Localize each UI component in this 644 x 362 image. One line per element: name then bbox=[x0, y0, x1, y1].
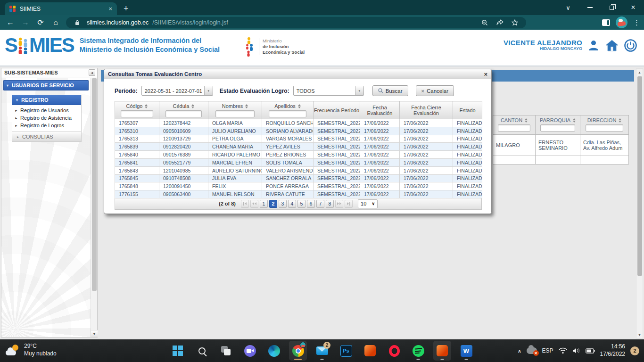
sidebar-scrollbar[interactable]: ▼ bbox=[91, 78, 97, 337]
column-header-0[interactable]: Código bbox=[115, 101, 159, 119]
bookmark-star-icon[interactable] bbox=[509, 19, 520, 26]
notification-badge[interactable]: 2 bbox=[630, 346, 639, 355]
sidebar-item-registro-logros[interactable]: ► Registro de Logros bbox=[12, 122, 81, 129]
teams-chat-icon[interactable] bbox=[241, 341, 259, 361]
dropdown-caret-icon[interactable]: ▾ bbox=[355, 86, 363, 95]
browser-tab[interactable]: SIIMIES × bbox=[5, 2, 117, 15]
back-icon[interactable]: ← bbox=[3, 18, 18, 27]
table-row[interactable]: 17658390912820420CHANENA MARIAYEPEZ AVIL… bbox=[115, 143, 482, 151]
browser-menu-icon[interactable]: ⋮ bbox=[633, 18, 640, 27]
sidebar-item-registro-usuarios[interactable]: ► Registro de Usuarios bbox=[12, 107, 81, 114]
profile-avatar[interactable] bbox=[616, 16, 627, 28]
table-row[interactable]: 17658410905521779MARCIAL EFRENSOLIS TOMA… bbox=[115, 158, 482, 166]
bg-column-header-1[interactable]: PARROQUIA bbox=[536, 115, 580, 135]
estado-dropdown[interactable]: TODOS ▾ bbox=[293, 86, 364, 96]
sidebar-scroll-down-icon[interactable]: ▼ bbox=[91, 330, 98, 337]
dropdown-caret-icon[interactable]: ▾ bbox=[204, 86, 213, 95]
zoom-out-icon[interactable] bbox=[479, 19, 490, 26]
home-nav-icon[interactable] bbox=[605, 38, 619, 52]
url-bar[interactable]: siimies.inclusion.gob.ec/SIIMIES/vistas/… bbox=[66, 17, 526, 28]
clock[interactable]: 14:56 17/6/2022 bbox=[600, 343, 625, 358]
volume-icon[interactable] bbox=[572, 347, 580, 354]
page-button-8[interactable]: 8 bbox=[326, 200, 334, 208]
sidebar-group-consultas[interactable]: ▸ CONSULTAS bbox=[12, 132, 81, 141]
column-filter-input[interactable] bbox=[215, 110, 255, 117]
last-page-button[interactable] bbox=[345, 200, 353, 208]
close-button[interactable]: × bbox=[622, 0, 644, 15]
page-button-6[interactable]: 6 bbox=[307, 200, 315, 208]
side-panel-icon[interactable] bbox=[602, 19, 610, 26]
buscar-button[interactable]: Buscar bbox=[372, 85, 408, 96]
restore-button[interactable] bbox=[601, 0, 622, 15]
page-scrollbar[interactable]: ▲ ▼ bbox=[636, 68, 643, 338]
new-tab-button[interactable]: + bbox=[124, 4, 129, 13]
sidebar-section-usuarios[interactable]: ▾ USUARIOS DE SERVICIO bbox=[3, 80, 89, 90]
period-dropdown[interactable]: 2022-05-31 - 2022-07-01 ▾ bbox=[141, 86, 213, 96]
spotify-icon[interactable] bbox=[409, 341, 427, 361]
first-page-button[interactable] bbox=[241, 200, 249, 208]
column-filter-input[interactable] bbox=[540, 124, 575, 132]
logout-power-icon[interactable] bbox=[623, 38, 637, 52]
word-icon[interactable]: W bbox=[457, 341, 475, 361]
next-page-button[interactable] bbox=[335, 200, 343, 208]
sidebar-item-registro-asistencia[interactable]: ► Registro de Asistencia bbox=[12, 114, 81, 122]
page-button-7[interactable]: 7 bbox=[316, 200, 324, 208]
table-row[interactable]: 17761550905063400MANUEL NELSONRIVERA CAT… bbox=[115, 190, 482, 198]
chrome-icon[interactable] bbox=[289, 341, 307, 361]
column-filter-input[interactable] bbox=[165, 110, 201, 117]
tab-search-icon[interactable]: ∨ bbox=[557, 0, 579, 15]
weather-widget[interactable]: 29°C Muy nublado bbox=[6, 343, 57, 357]
tab-close-icon[interactable]: × bbox=[108, 5, 112, 12]
sidebar-group-registro[interactable]: ▾ REGISTRO bbox=[12, 95, 81, 105]
tray-expand-icon[interactable]: ∧ bbox=[518, 348, 521, 354]
sidebar-scrollbar-thumb[interactable] bbox=[92, 78, 97, 291]
minimize-button[interactable] bbox=[579, 0, 601, 15]
table-row[interactable]: 17653071202378442OLGA MARIARONQUILLO SAN… bbox=[115, 119, 482, 127]
opera-icon[interactable] bbox=[385, 341, 403, 361]
table-row[interactable]: MILAGROERNESTO SEMINARIOCdla. Las Piñas,… bbox=[493, 135, 629, 156]
table-row[interactable]: 17658481200091450FELIXPONCE ARREAGASEMES… bbox=[115, 182, 482, 190]
prev-page-button[interactable] bbox=[250, 200, 258, 208]
wifi-icon[interactable] bbox=[559, 347, 567, 354]
page-button-1[interactable]: 1 bbox=[260, 200, 268, 208]
mail-icon[interactable]: 2 bbox=[313, 341, 331, 361]
table-row[interactable]: 17658431201040985AURELIO SATURNINOVALERO… bbox=[115, 166, 482, 174]
page-button-2[interactable]: 2 bbox=[269, 200, 277, 208]
task-view-icon[interactable] bbox=[217, 341, 235, 361]
bg-column-header-2[interactable]: DIRECCION bbox=[580, 115, 629, 135]
page-scrollbar-thumb[interactable] bbox=[637, 76, 642, 276]
table-row[interactable]: 17658400901576389RICARDO PALERMOPEREZ BR… bbox=[115, 151, 482, 159]
table-row[interactable]: 17658450910748508JULIA EVASANCHEZ ORRALA… bbox=[115, 174, 482, 182]
page-button-4[interactable]: 4 bbox=[288, 200, 296, 208]
scroll-down-icon[interactable]: ▼ bbox=[636, 331, 643, 338]
column-header-2[interactable]: Nombres bbox=[208, 101, 262, 119]
sidebar-collapse-button[interactable]: ◂ bbox=[89, 69, 95, 76]
user-profile-icon[interactable] bbox=[586, 38, 601, 52]
office-icon[interactable] bbox=[361, 341, 379, 361]
bg-column-header-0[interactable]: CANTON bbox=[493, 115, 536, 135]
photoshop-icon[interactable]: Ps bbox=[337, 341, 355, 361]
column-header-1[interactable]: Cédula bbox=[159, 101, 208, 119]
share-icon[interactable] bbox=[494, 19, 505, 25]
taskbar-search-icon[interactable] bbox=[193, 341, 211, 361]
forward-icon[interactable]: → bbox=[18, 18, 33, 27]
page-size-select[interactable]: 10 ∨ bbox=[358, 199, 378, 208]
column-filter-input[interactable] bbox=[498, 124, 530, 132]
column-filter-input[interactable] bbox=[121, 110, 153, 117]
column-filter-input[interactable] bbox=[269, 110, 306, 117]
page-button-3[interactable]: 3 bbox=[279, 200, 287, 208]
page-button-5[interactable]: 5 bbox=[297, 200, 305, 208]
language-indicator[interactable]: ESP bbox=[542, 347, 553, 354]
dialog-close-icon[interactable]: × bbox=[484, 71, 487, 77]
table-row[interactable]: 17653100905010609JULIO AURELIANOSORIANO … bbox=[115, 127, 482, 135]
start-button[interactable] bbox=[169, 341, 187, 361]
reload-icon[interactable]: ⟳ bbox=[33, 18, 48, 27]
cancelar-button[interactable]: × Cancelar bbox=[416, 85, 454, 96]
column-header-3[interactable]: Apellidos bbox=[262, 101, 314, 119]
home-icon[interactable]: ⌂ bbox=[48, 18, 63, 27]
battery-icon[interactable] bbox=[586, 348, 595, 354]
column-filter-input[interactable] bbox=[586, 124, 623, 132]
table-row[interactable]: 17653131200913729PETRA OLGAVARGAS MORALE… bbox=[115, 135, 482, 143]
scroll-up-icon[interactable]: ▲ bbox=[636, 69, 643, 75]
edge-icon[interactable] bbox=[265, 341, 283, 361]
